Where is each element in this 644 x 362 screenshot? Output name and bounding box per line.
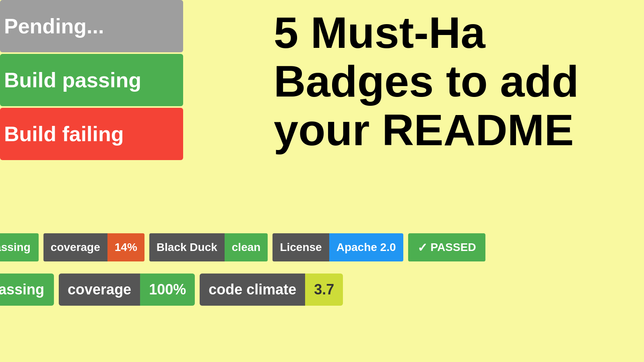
license-left: License — [272, 233, 329, 261]
blackduck-badge: Black Duck clean — [149, 233, 268, 261]
coverage-value-row1: 14% — [107, 233, 144, 261]
passed-badge: ✓ PASSED — [408, 233, 485, 261]
build-passing-badge: Build passing — [0, 54, 183, 106]
passing-badge-row1: passing — [0, 233, 39, 261]
passing-label-row2: passing — [0, 281, 44, 298]
codeclimate-left: code climate — [200, 274, 305, 306]
passing-label-row1: passing — [0, 241, 31, 254]
codeclimate-badge: code climate 3.7 — [200, 274, 343, 306]
build-passing-label: Build passing — [4, 68, 141, 92]
coverage-left-row2: coverage — [59, 274, 140, 306]
codeclimate-value: 3.7 — [305, 274, 343, 306]
coverage-value-row2: 100% — [140, 274, 195, 306]
badges-row-2: passing coverage 100% code climate 3.7 — [0, 274, 343, 306]
blackduck-left: Black Duck — [149, 233, 225, 261]
blackduck-value: clean — [225, 233, 268, 261]
build-failing-label: Build failing — [4, 122, 124, 146]
title-line1: 5 Must-Ha — [274, 8, 485, 57]
pending-label: Pending... — [4, 14, 104, 38]
coverage-badge-row1: coverage 14% — [43, 233, 144, 261]
title-section: 5 Must-Ha Badges to add your README — [274, 0, 644, 154]
main-title: 5 Must-Ha Badges to add your README — [274, 8, 644, 154]
title-line2: Badges to add — [274, 56, 579, 106]
pending-badge: Pending... — [0, 0, 183, 52]
license-badge: License Apache 2.0 — [272, 233, 403, 261]
coverage-badge-row2: coverage 100% — [59, 274, 195, 306]
passing-badge-row2: passing — [0, 274, 54, 306]
checkmark-icon: ✓ — [417, 241, 427, 255]
left-badges-section: Pending... Build passing Build failing — [0, 0, 185, 162]
build-failing-badge: Build failing — [0, 108, 183, 160]
title-line3: your README — [274, 105, 574, 154]
badges-row-1: passing coverage 14% Black Duck clean Li… — [0, 233, 485, 261]
coverage-left-row1: coverage — [43, 233, 107, 261]
license-value: Apache 2.0 — [329, 233, 403, 261]
passed-label: PASSED — [431, 241, 476, 254]
